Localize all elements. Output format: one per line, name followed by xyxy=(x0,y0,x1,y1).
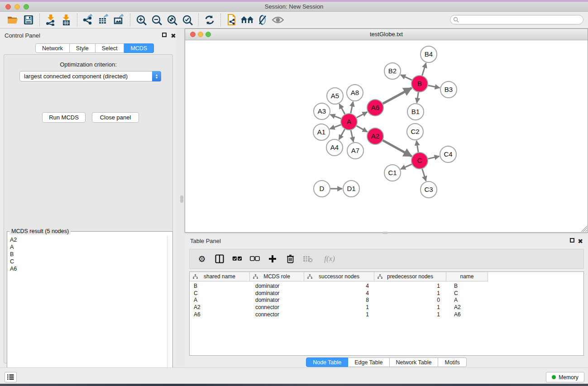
tab-style[interactable]: Style xyxy=(70,43,96,53)
run-mcds-button[interactable]: Run MCDS xyxy=(42,112,86,123)
deselect-all-columns-button[interactable] xyxy=(249,253,261,265)
column-header-shared-name[interactable]: shared name xyxy=(190,272,250,281)
network-window-titlebar[interactable]: testGlobe.txt xyxy=(185,29,588,40)
float-panel-button[interactable] xyxy=(162,32,167,38)
graph-edge-B-B1[interactable] xyxy=(417,92,418,103)
refresh-button[interactable] xyxy=(202,13,217,27)
show-columns-button[interactable] xyxy=(214,253,225,265)
tab-node-table[interactable]: Node Table xyxy=(306,357,348,367)
graph-edge-A-A5[interactable] xyxy=(339,104,345,114)
graph-node-A3[interactable]: A3 xyxy=(314,103,330,119)
table-row[interactable]: A2connector11A2 xyxy=(190,304,583,311)
graph-edge-B-B3[interactable] xyxy=(428,86,440,88)
graph-node-A[interactable]: A xyxy=(341,114,357,130)
zoom-fit-button[interactable] xyxy=(164,13,180,27)
graph-node-A2[interactable]: A2 xyxy=(367,128,383,144)
graph-node-D[interactable]: D xyxy=(314,181,330,197)
graph-node-A1[interactable]: A1 xyxy=(313,124,330,140)
graph-edge-B-B4[interactable] xyxy=(422,63,426,76)
network-zoom-button[interactable] xyxy=(206,32,211,37)
graph-node-C1[interactable]: C1 xyxy=(384,165,401,181)
tab-edge-table[interactable]: Edge Table xyxy=(348,357,389,367)
desktop-horizontal-scrollbar-thumb[interactable] xyxy=(382,232,388,234)
tab-network-table[interactable]: Network Table xyxy=(390,357,439,367)
graph-edge-B-B2[interactable] xyxy=(401,75,412,80)
graph-node-B[interactable]: B xyxy=(411,76,428,92)
column-header-predecessor-nodes[interactable]: predecessor nodes xyxy=(374,272,446,281)
column-header-name[interactable]: name xyxy=(446,272,488,281)
delete-table-button[interactable] xyxy=(302,253,314,265)
search-box[interactable] xyxy=(450,15,583,24)
table-row[interactable]: A6connector11A6 xyxy=(190,311,583,318)
graph-node-B3[interactable]: B3 xyxy=(440,81,457,98)
graph-edge-C-C3[interactable] xyxy=(422,169,426,181)
graph-edge-A2-C[interactable] xyxy=(383,140,412,156)
mcds-result-item[interactable]: A6 xyxy=(8,265,167,272)
graph-node-A7[interactable]: A7 xyxy=(347,143,363,159)
mcds-result-item[interactable]: B xyxy=(8,251,167,258)
graph-edge-A-A7[interactable] xyxy=(351,130,354,142)
column-header-successor-nodes[interactable]: successor nodes xyxy=(304,272,374,281)
import-network-button[interactable] xyxy=(43,13,58,27)
mcds-result-item[interactable]: A2 xyxy=(8,236,167,243)
export-image-button[interactable] xyxy=(111,13,127,27)
graph-edge-A-A1[interactable] xyxy=(330,125,341,129)
table-row[interactable]: Cdominator41C xyxy=(190,290,583,297)
graph-node-C2[interactable]: C2 xyxy=(407,124,423,140)
hide-graphics-details-button[interactable] xyxy=(255,13,270,27)
graph-edge-C-C4[interactable] xyxy=(428,156,440,159)
graph-edge-A-A6[interactable] xyxy=(357,112,368,118)
graph-node-C[interactable]: C xyxy=(411,152,428,169)
graph-edge-A-A3[interactable] xyxy=(330,114,341,119)
desktop-vertical-scrollbar-thumb[interactable] xyxy=(180,195,183,203)
graph-node-C4[interactable]: C4 xyxy=(440,146,456,162)
graph-node-A4[interactable]: A4 xyxy=(326,139,343,156)
graph-edge-A-A4[interactable] xyxy=(339,129,345,140)
graph-node-A5[interactable]: A5 xyxy=(327,88,343,104)
save-session-button[interactable] xyxy=(21,13,36,27)
graph-node-B1[interactable]: B1 xyxy=(407,104,424,120)
zoom-in-button[interactable] xyxy=(134,13,149,27)
open-session-button[interactable] xyxy=(5,13,21,27)
graph-edge-C-C2[interactable] xyxy=(416,141,418,152)
create-column-button[interactable] xyxy=(267,253,278,265)
resize-grip[interactable] xyxy=(581,226,587,232)
minimize-window-button[interactable] xyxy=(14,4,20,10)
function-builder-button[interactable]: f(x) xyxy=(320,253,339,265)
criterion-select[interactable]: largest connected component (directed) ▲… xyxy=(19,71,161,81)
memory-button[interactable]: Memory xyxy=(546,372,584,382)
column-header-MCDS-role[interactable]: MCDS role xyxy=(250,272,304,281)
network-canvas[interactable]: AA1A2A3A4A5A6A7A8BB1B2B3B4CC1C2C3C4DD1 xyxy=(185,40,588,232)
graph-edge-A-A8[interactable] xyxy=(351,102,353,114)
graph-node-A8[interactable]: A8 xyxy=(347,85,363,101)
close-window-button[interactable] xyxy=(5,4,11,10)
delete-column-button[interactable] xyxy=(284,253,296,265)
network-from-selection-button[interactable] xyxy=(224,13,239,27)
graph-node-B4[interactable]: B4 xyxy=(421,46,437,62)
network-minimize-button[interactable] xyxy=(198,32,203,37)
tab-mcds[interactable]: MCDS xyxy=(124,43,154,53)
mcds-result-item[interactable]: C xyxy=(8,258,167,265)
tab-motifs[interactable]: Motifs xyxy=(438,357,466,367)
select-all-columns-button[interactable] xyxy=(231,253,243,265)
close-panel-button[interactable]: ✖ xyxy=(171,32,176,39)
graph-node-B2[interactable]: B2 xyxy=(384,63,401,79)
first-neighbors-button[interactable] xyxy=(239,13,255,27)
zoom-window-button[interactable] xyxy=(24,4,29,10)
graph-node-A6[interactable]: A6 xyxy=(367,100,383,116)
tab-select[interactable]: Select xyxy=(96,43,124,53)
table-row[interactable]: Bdominator41B xyxy=(190,282,583,290)
graph-edge-A6-B[interactable] xyxy=(383,88,412,104)
zoom-out-button[interactable] xyxy=(149,13,164,27)
mcds-result-list[interactable]: A2ABCA6 xyxy=(8,236,167,386)
task-history-button[interactable] xyxy=(5,372,17,382)
close-panel-button-mcds[interactable]: Close panel xyxy=(92,112,139,123)
show-hide-details-button[interactable] xyxy=(270,13,286,27)
graph-node-C3[interactable]: C3 xyxy=(421,181,437,198)
tab-network[interactable]: Network xyxy=(35,43,70,53)
export-table-button[interactable] xyxy=(96,13,111,27)
mcds-list-scrollbar[interactable] xyxy=(167,236,172,386)
network-close-button[interactable] xyxy=(190,32,196,37)
close-table-panel-button[interactable]: ✖ xyxy=(578,238,583,245)
graph-edge-A-A2[interactable] xyxy=(357,126,368,132)
